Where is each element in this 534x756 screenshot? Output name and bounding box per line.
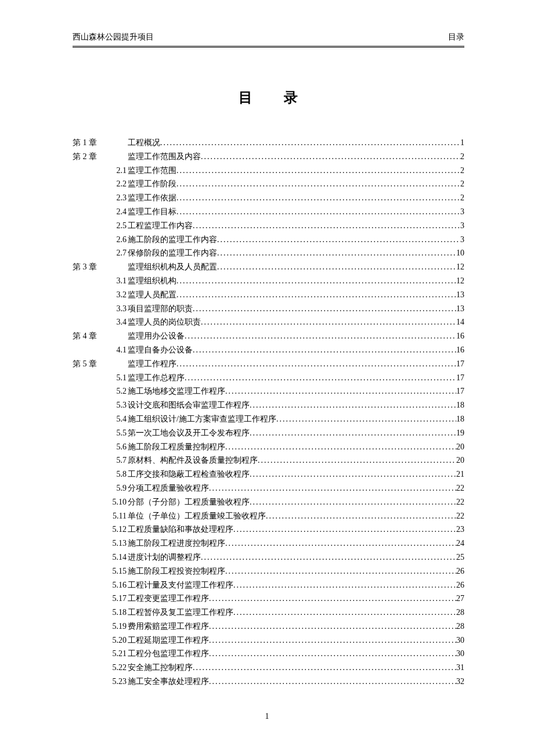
toc-entry: 5.16工程计量及支付监理工作程序26 (73, 578, 464, 592)
toc-page-number: 12 (456, 274, 464, 288)
toc-leader-dots (233, 606, 456, 620)
toc-page-number: 22 (456, 481, 464, 495)
toc-leader-dots (193, 343, 456, 357)
toc-page-number: 32 (456, 675, 464, 689)
toc-leader-dots (185, 329, 456, 343)
toc-entry: 5.10分部（子分部）工程质量验收程序22 (73, 495, 464, 509)
toc-label: 5.2 (73, 384, 128, 398)
toc-title: 施工安全事故处理程序 (128, 675, 209, 689)
toc-entry: 2.5工程监理工作内容3 (73, 219, 464, 233)
toc-entry: 5.21工程分包监理工作程序30 (73, 647, 464, 661)
toc-title: 第一次工地会议及开工令发布程序 (128, 426, 250, 440)
toc-entry: 5.5第一次工地会议及开工令发布程序19 (73, 426, 464, 440)
toc-leader-dots (209, 592, 456, 606)
toc-title: 工程计量及支付监理工作程序 (128, 578, 233, 592)
toc-leader-dots (193, 302, 456, 316)
toc-leader-dots (217, 246, 456, 260)
toc-leader-dots (233, 523, 456, 537)
toc-entry: 5.13施工阶段工程进度控制程序24 (73, 537, 464, 550)
toc-leader-dots (225, 384, 456, 398)
toc-label: 5.3 (73, 398, 128, 412)
toc-page-number: 22 (456, 495, 464, 509)
toc-leader-dots (233, 578, 456, 592)
header-divider (73, 46, 464, 48)
toc-entry: 第 4 章监理用办公设备16 (73, 329, 464, 343)
toc-entry: 2.2监理工作阶段2 (73, 177, 464, 191)
toc-entry: 2.6施工阶段的监理工作内容3 (73, 233, 464, 247)
toc-title: 施工阶段工程质量控制程序 (128, 440, 225, 454)
toc-page-number: 3 (460, 233, 464, 247)
toc-entry: 5.12工程质量缺陷和事故处理程序23 (73, 523, 464, 537)
toc-title: 分项工程质量验收程序 (128, 481, 209, 495)
toc-label: 2.2 (73, 177, 128, 191)
toc-leader-dots (225, 564, 456, 578)
toc-title: 监理工作程序 (128, 357, 176, 371)
toc-title: 施工阶段工程进度控制程序 (128, 537, 225, 550)
toc-label: 5.23 (73, 675, 128, 689)
toc-title: 监理用办公设备 (128, 329, 185, 343)
toc-label: 5.15 (73, 564, 128, 578)
toc-title: 监理组织机构及人员配置 (128, 260, 217, 274)
toc-page-number: 18 (456, 412, 464, 426)
toc-entry: 5.15施工阶段工程投资控制程序26 (73, 564, 464, 578)
toc-title: 施工组织设计/施工方案审查监理工作程序 (128, 412, 276, 426)
toc-entry: 第 5 章监理工作程序17 (73, 357, 464, 371)
toc-label: 2.5 (73, 219, 128, 233)
toc-leader-dots (209, 481, 456, 495)
toc-page-number: 25 (456, 550, 464, 564)
toc-title: 项目监理部的职责 (128, 302, 193, 316)
toc-title: 监理组织机构 (128, 274, 176, 288)
toc-page-number: 16 (456, 329, 464, 343)
toc-entry: 5.17工程变更监理工作程序27 (73, 592, 464, 606)
toc-entry: 第 3 章监理组织机构及人员配置12 (73, 260, 464, 274)
toc-label: 第 3 章 (73, 260, 128, 274)
toc-label: 5.16 (73, 578, 128, 592)
toc-page-number: 16 (456, 343, 464, 357)
toc-label: 5.4 (73, 412, 128, 426)
toc-page-number: 17 (456, 371, 464, 385)
toc-leader-dots (209, 633, 456, 647)
toc-page-number: 3 (460, 219, 464, 233)
toc-leader-dots (209, 675, 456, 689)
toc-label: 3.1 (73, 274, 128, 288)
toc-entry: 2.1监理工作范围2 (73, 164, 464, 178)
toc-title: 工程质量缺陷和事故处理程序 (128, 523, 233, 537)
toc-title: 工程分包监理工作程序 (128, 647, 209, 661)
toc-title: 安全施工控制程序 (128, 661, 193, 675)
toc-title: 保修阶段的监理工作内容 (128, 246, 217, 260)
toc-title: 工程变更监理工作程序 (128, 592, 209, 606)
toc-title: 工程概况 (128, 136, 160, 150)
toc-title: 施工阶段的监理工作内容 (128, 233, 217, 247)
toc-entry: 3.4监理人员的岗位职责14 (73, 315, 464, 329)
toc-page-number: 30 (456, 633, 464, 647)
toc-leader-dots (217, 233, 460, 247)
toc-title: 单位（子单位）工程质量竣工验收程序 (128, 509, 266, 523)
toc-entry: 5.18工程暂停及复工监理工作程序28 (73, 606, 464, 620)
toc-leader-dots (176, 177, 460, 191)
toc-label: 第 2 章 (73, 150, 128, 164)
toc-title: 分部（子分部）工程质量验收程序 (128, 495, 250, 509)
toc-title: 工程延期监理工作程序 (128, 633, 209, 647)
toc-leader-dots (160, 136, 460, 150)
toc-title: 原材料、构配件及设备质量控制程序 (128, 453, 258, 467)
toc-label: 第 4 章 (73, 329, 128, 343)
toc-label: 5.22 (73, 661, 128, 675)
toc-page-number: 19 (456, 426, 464, 440)
toc-leader-dots (176, 191, 460, 205)
toc-entry: 5.22安全施工控制程序31 (73, 661, 464, 675)
toc-page-number: 12 (456, 260, 464, 274)
toc-title: 监理工作范围及内容 (128, 150, 201, 164)
toc-leader-dots (250, 426, 456, 440)
toc-leader-dots (250, 398, 456, 412)
toc-leader-dots (176, 357, 456, 371)
toc-leader-dots (201, 550, 456, 564)
toc-page-number: 28 (456, 606, 464, 620)
toc-page-number: 1 (460, 136, 464, 150)
toc-title: 监理工作阶段 (128, 177, 176, 191)
toc-leader-dots (250, 495, 456, 509)
toc-entry: 5.3设计交底和图纸会审监理工作程序18 (73, 398, 464, 412)
toc-label: 3.2 (73, 288, 128, 302)
toc-title: 费用索赔监理工作程序 (128, 620, 209, 633)
toc-page-number: 14 (456, 315, 464, 329)
toc-entry: 4.1监理自备办公设备16 (73, 343, 464, 357)
